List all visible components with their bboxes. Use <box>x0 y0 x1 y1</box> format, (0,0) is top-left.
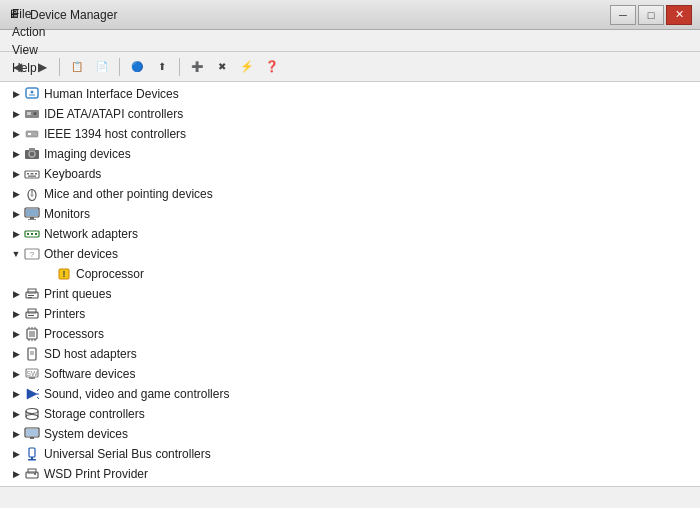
add-button[interactable]: ➕ <box>186 56 208 78</box>
tree-expander[interactable]: ▶ <box>8 306 24 322</box>
tree-item-other-devices[interactable]: ▼?Other devices <box>0 244 700 264</box>
tree-item-label: IDE ATA/ATAPI controllers <box>44 107 183 121</box>
svg-rect-15 <box>28 176 36 177</box>
tree-item-icon <box>24 226 40 242</box>
svg-point-2 <box>31 91 34 94</box>
tree-item-ieee-1394-host-controllers[interactable]: ▶IEEE 1394 host controllers <box>0 124 700 144</box>
menu-item-action[interactable]: Action <box>4 23 53 41</box>
svg-point-18 <box>31 193 34 197</box>
tree-item-software-devices[interactable]: ▶SWSoftware devices <box>0 364 700 384</box>
tree-item-label: Other devices <box>44 247 118 261</box>
tree-item-network-adapters[interactable]: ▶Network adapters <box>0 224 700 244</box>
tree-expander[interactable]: ▶ <box>8 386 24 402</box>
tree-item-icon <box>24 386 40 402</box>
tree-expander[interactable]: ▶ <box>8 426 24 442</box>
tree-item-icon <box>24 346 40 362</box>
tree-expander[interactable]: ▶ <box>8 326 24 342</box>
svg-rect-62 <box>30 437 34 439</box>
svg-rect-6 <box>26 131 38 137</box>
tree-expander[interactable]: ▶ <box>8 126 24 142</box>
tree-item-icon <box>24 426 40 442</box>
tree-expander[interactable]: ▶ <box>8 226 24 242</box>
svg-line-53 <box>37 389 39 391</box>
tree-expander[interactable]: ▶ <box>8 366 24 382</box>
tree-expander[interactable]: ▶ <box>8 446 24 462</box>
tree-item-imaging-devices[interactable]: ▶Imaging devices <box>0 144 700 164</box>
tree-item-icon <box>24 106 40 122</box>
svg-rect-63 <box>29 448 35 457</box>
tree-expander[interactable]: ▶ <box>8 466 24 482</box>
remove-button[interactable]: ✖ <box>211 56 233 78</box>
tree-item-print-queues[interactable]: ▶Print queues <box>0 284 700 304</box>
tree-item-label: WSD Print Provider <box>44 467 148 481</box>
tree-item-system-devices[interactable]: ▶System devices <box>0 424 700 444</box>
tree-item-icon <box>24 466 40 482</box>
update-button[interactable]: ⬆ <box>151 56 173 78</box>
tree-item-icon <box>24 166 40 182</box>
svg-point-59 <box>26 415 38 420</box>
tree-item-icon <box>24 446 40 462</box>
tree-item-ide-ata-atapi-controllers[interactable]: ▶IDE ATA/ATAPI controllers <box>0 104 700 124</box>
tree-expander[interactable]: ▶ <box>8 286 24 302</box>
properties-button2[interactable]: 📄 <box>91 56 113 78</box>
tree-item-human-interface-devices[interactable]: ▶Human Interface Devices <box>0 84 700 104</box>
tree-expander[interactable]: ▶ <box>8 406 24 422</box>
tree-item-sound--video-and-game-controllers[interactable]: ▶Sound, video and game controllers <box>0 384 700 404</box>
tree-item-processors[interactable]: ▶Processors <box>0 324 700 344</box>
tree-item-monitors[interactable]: ▶Monitors <box>0 204 700 224</box>
tree-expander[interactable]: ▶ <box>8 86 24 102</box>
tree-item-universal-serial-bus-controllers[interactable]: ▶Universal Serial Bus controllers <box>0 444 700 464</box>
tree-item-label: Sound, video and game controllers <box>44 387 229 401</box>
tree-item-icon <box>24 326 40 342</box>
tree-item-label: Software devices <box>44 367 135 381</box>
back-button[interactable]: ◀ <box>6 56 28 78</box>
tree-item-coprocessor[interactable]: !Coprocessor <box>0 264 700 284</box>
tree-expander[interactable]: ▶ <box>8 186 24 202</box>
svg-text:!: ! <box>63 269 66 279</box>
tree-expander[interactable]: ▼ <box>8 246 24 262</box>
svg-rect-37 <box>28 315 34 316</box>
tree-item-label: IEEE 1394 host controllers <box>44 127 186 141</box>
svg-rect-20 <box>26 209 38 216</box>
svg-text:SW: SW <box>26 370 38 377</box>
close-button[interactable]: ✕ <box>666 5 692 25</box>
svg-rect-34 <box>28 297 32 298</box>
tree-item-label: Coprocessor <box>76 267 144 281</box>
tree-item-label: Keyboards <box>44 167 101 181</box>
tree-expander[interactable]: ▶ <box>8 106 24 122</box>
main-content: ▶Human Interface Devices▶IDE ATA/ATAPI c… <box>0 82 700 486</box>
svg-rect-51 <box>29 377 35 379</box>
tree-item-icon <box>24 186 40 202</box>
tree-item-label: SD host adapters <box>44 347 137 361</box>
tree-expander[interactable]: ▶ <box>8 166 24 182</box>
tree-item-mice-and-other-pointing-devices[interactable]: ▶Mice and other pointing devices <box>0 184 700 204</box>
tree-expander[interactable]: ▶ <box>8 206 24 222</box>
tree-item-label: Mice and other pointing devices <box>44 187 213 201</box>
svg-text:?: ? <box>30 250 35 259</box>
tree-item-icon <box>24 286 40 302</box>
tree-item-icon: ? <box>24 246 40 262</box>
tree-item-wsd-print-provider[interactable]: ▶WSD Print Provider <box>0 464 700 484</box>
maximize-button[interactable]: □ <box>638 5 664 25</box>
minimize-button[interactable]: ─ <box>610 5 636 25</box>
svg-line-55 <box>37 397 39 399</box>
tree-expander[interactable]: ▶ <box>8 346 24 362</box>
tree-item-sd-host-adapters[interactable]: ▶SD host adapters <box>0 344 700 364</box>
tree-item-icon <box>24 406 40 422</box>
forward-button[interactable]: ▶ <box>31 56 53 78</box>
device-tree[interactable]: ▶Human Interface Devices▶IDE ATA/ATAPI c… <box>0 82 700 486</box>
tree-item-printers[interactable]: ▶Printers <box>0 304 700 324</box>
svg-rect-68 <box>34 473 36 475</box>
tree-expander[interactable] <box>40 266 56 282</box>
svg-rect-14 <box>35 173 37 175</box>
properties-button[interactable]: 📋 <box>66 56 88 78</box>
tree-item-storage-controllers[interactable]: ▶Storage controllers <box>0 404 700 424</box>
tree-item-icon <box>24 306 40 322</box>
help-button[interactable]: ❓ <box>261 56 283 78</box>
tree-item-keyboards[interactable]: ▶Keyboards <box>0 164 700 184</box>
tree-item-label: Processors <box>44 327 104 341</box>
tree-expander[interactable]: ▶ <box>8 146 24 162</box>
disable-button[interactable]: ⚡ <box>236 56 258 78</box>
scan-button[interactable]: 🔵 <box>126 56 148 78</box>
menu-item-file[interactable]: File <box>4 5 53 23</box>
